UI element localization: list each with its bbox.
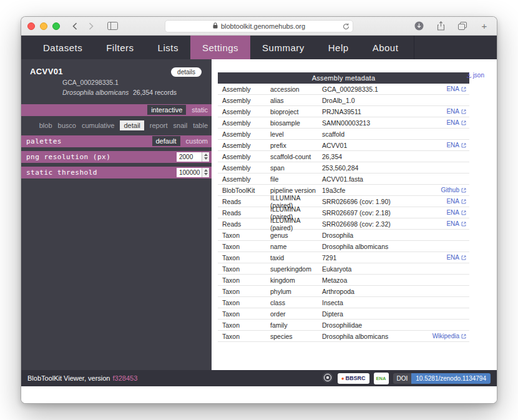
sanger-logo-icon[interactable] [322, 372, 333, 384]
share-icon[interactable] [434, 20, 447, 32]
table-row: Taxon superkingdom Eukaryota [218, 263, 469, 275]
stepper-up-icon[interactable] [204, 154, 208, 156]
png-resolution-stepper[interactable] [202, 152, 209, 162]
table-row: Taxon order Diptera [218, 308, 469, 320]
history-buttons [69, 20, 97, 32]
zoom-window-button[interactable] [52, 22, 60, 30]
metadata-panel: Assembly metadata json Assembly accessio… [212, 59, 497, 370]
ena-logo-badge[interactable]: ENA [374, 373, 389, 384]
plot-option-report[interactable]: report [150, 122, 168, 129]
stepper-down-icon[interactable] [204, 173, 208, 175]
sidebar-toggle-icon[interactable] [106, 20, 119, 32]
row-group: Assembly [218, 85, 270, 93]
nav-item-about[interactable]: About [361, 36, 411, 59]
back-button[interactable] [69, 20, 81, 32]
table-row: Assembly file ACVV01.fasta [218, 173, 469, 185]
png-resolution-input[interactable]: 2000 [177, 152, 209, 162]
row-external-link[interactable]: Github [441, 187, 469, 193]
view-mode-row: interactive static [21, 104, 212, 116]
row-external-link[interactable]: ENA [446, 85, 469, 92]
table-row: Taxon species Drosophila albomicans Wiki… [218, 331, 469, 342]
nav-item-summary[interactable]: Summary [250, 36, 316, 59]
row-external-link[interactable]: ENA [446, 142, 469, 149]
external-link-icon [461, 87, 466, 92]
table-row: Taxon kingdom Metazoa [218, 275, 469, 286]
refresh-icon[interactable] [343, 23, 349, 31]
url-text: blobtoolkit.genomehubs.org [221, 22, 305, 30]
row-external-link[interactable]: Wikipedia [432, 333, 469, 339]
nav-item-settings[interactable]: Settings [190, 36, 250, 59]
address-bar[interactable]: blobtoolkit.genomehubs.org [165, 20, 353, 32]
window-controls [27, 22, 60, 30]
new-tab-icon[interactable]: + [478, 20, 491, 32]
app-footer: BlobToolKit Viewer, version f328453 ● BB… [21, 370, 497, 386]
row-external-link[interactable]: ENA [446, 220, 469, 227]
details-button[interactable]: details [171, 67, 202, 77]
row-key: genus [270, 232, 322, 239]
row-external-link[interactable]: ENA [446, 119, 469, 126]
row-group: Taxon [218, 232, 270, 239]
palettes-row: palettes default custom [21, 135, 212, 147]
row-value: Diptera [322, 310, 469, 318]
minimize-window-button[interactable] [40, 22, 47, 30]
static-threshold-stepper[interactable] [202, 168, 209, 177]
doi-badge[interactable]: DOI 10.5281/zenodo.1134794 [393, 373, 491, 384]
png-resolution-value: 2000 [177, 154, 202, 160]
plot-option-busco[interactable]: busco [58, 122, 76, 129]
forward-button[interactable] [85, 20, 97, 32]
table-row: Assembly alias DroAlb_1.0 [218, 95, 469, 106]
table-row: Taxon name Drosophila albomicans [218, 241, 469, 252]
row-value: 7291 [322, 254, 446, 261]
content-area: ACVV01 details GCA_000298335.1 Drosophil… [21, 59, 497, 370]
download-icon [466, 72, 472, 78]
stepper-up-icon[interactable] [204, 169, 208, 172]
dataset-subinfo: GCA_000298335.1 Drosophila albomicans 26… [62, 78, 202, 98]
doi-value: 10.5281/zenodo.1134794 [411, 373, 491, 384]
stepper-down-icon[interactable] [204, 157, 208, 160]
row-group: Taxon [218, 333, 270, 340]
row-value: ACVV01 [322, 142, 446, 149]
row-key: superkingdom [270, 265, 322, 273]
table-row: Reads ILLUMINA (paired) SRR026698 (cov: … [218, 218, 469, 230]
row-key: pipeline version [270, 187, 322, 194]
downloads-icon[interactable] [413, 20, 425, 32]
row-value: GCA_000298335.1 [322, 85, 446, 93]
footer-badges: ● BBSRC ENA DOI 10.5281/zenodo.1134794 [322, 372, 491, 384]
nav-item-filters[interactable]: Filters [94, 36, 145, 59]
palette-option-default[interactable]: default [152, 136, 180, 146]
plot-option-blob[interactable]: blob [39, 122, 52, 129]
close-window-button[interactable] [27, 22, 35, 30]
row-key: prefix [270, 142, 322, 149]
tab-overview-icon[interactable] [456, 20, 469, 32]
row-key: class [270, 299, 322, 306]
row-external-link[interactable]: ENA [446, 198, 469, 205]
nav-item-lists[interactable]: Lists [146, 36, 190, 59]
bbsrc-logo-badge[interactable]: ● BBSRC [338, 373, 369, 384]
row-group: Assembly [218, 119, 270, 127]
plot-option-cumulative[interactable]: cumulative [82, 122, 115, 129]
palette-option-custom[interactable]: custom [186, 137, 208, 145]
row-external-link[interactable]: ENA [446, 209, 469, 216]
nav-item-help[interactable]: Help [316, 36, 361, 59]
row-group: Taxon [218, 310, 270, 318]
plot-option-table[interactable]: table [193, 122, 208, 129]
plot-option-snail[interactable]: snail [173, 122, 188, 129]
table-row: Assembly prefix ACVV01 ENA [218, 140, 469, 151]
row-group: BlobToolKit [218, 187, 270, 194]
static-threshold-row: static threshold 100000 [21, 167, 212, 178]
plot-option-detail[interactable]: detail [120, 120, 144, 130]
table-row: Taxon phylum Arthropoda [218, 286, 469, 297]
json-download-link[interactable]: json [466, 72, 484, 79]
version-link[interactable]: f328453 [112, 374, 137, 382]
view-option-static[interactable]: static [192, 106, 208, 114]
dataset-species: Drosophila albomicans [62, 88, 129, 98]
view-option-interactive[interactable]: interactive [147, 105, 186, 115]
table-row: Assembly span 253,560,284 [218, 162, 469, 173]
nav-item-datasets[interactable]: Datasets [31, 36, 94, 59]
row-external-link[interactable]: ENA [446, 254, 469, 261]
row-external-link[interactable]: ENA [446, 108, 469, 115]
png-resolution-label: png resolution (px) [21, 153, 110, 161]
row-value: 26,354 [322, 153, 469, 160]
static-threshold-input[interactable]: 100000 [177, 168, 209, 177]
settings-rows: interactive static blob busco cumulative… [21, 104, 212, 178]
